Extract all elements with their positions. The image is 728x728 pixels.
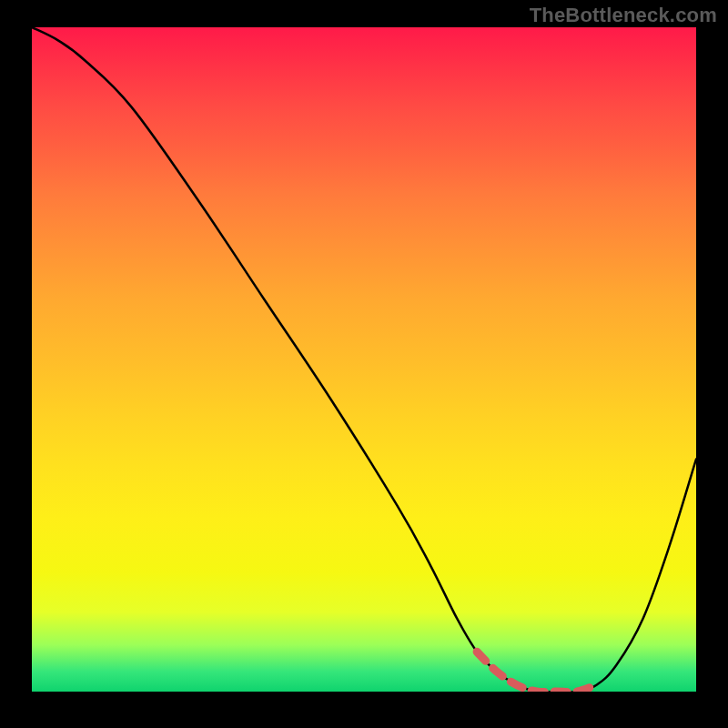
watermark-text: TheBottleneck.com (530, 4, 717, 27)
optimal-marker (477, 652, 596, 692)
chart-container: TheBottleneck.com (0, 0, 728, 728)
bottleneck-curve (32, 27, 696, 692)
curve-svg (32, 27, 696, 692)
plot-area (32, 27, 696, 692)
